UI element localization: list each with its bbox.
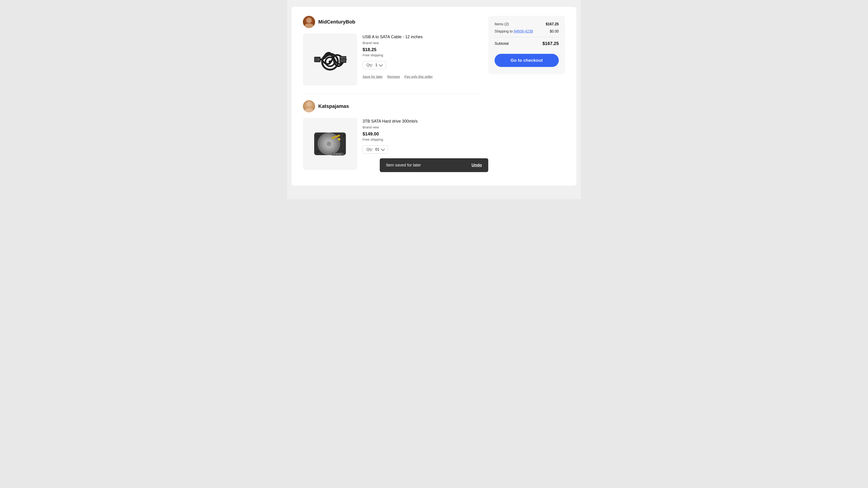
save-for-later-button-usb-cable[interactable]: Save for later [363, 74, 383, 79]
item-price-hdd: $149.00 [363, 131, 479, 136]
chevron-down-icon-hdd [381, 147, 385, 151]
summary-shipping-value: $0.00 [550, 29, 559, 33]
item-shipping-usb-cable: Free shipping [363, 53, 479, 57]
avatar-midcenturybob [303, 16, 315, 28]
summary-items-row: Items (2) $167.25 [495, 22, 559, 26]
seller-name-midcenturybob: MidCenturyBob [318, 19, 355, 25]
toast-notification: Item saved for later Undo [380, 158, 488, 172]
shipping-zip-link[interactable]: 94608-4238 [514, 29, 533, 33]
svg-point-25 [338, 138, 340, 141]
qty-value-usb-cable: 1 [375, 63, 377, 67]
item-price-usb-cable: $18.25 [363, 47, 479, 52]
item-image-usb-cable [303, 33, 357, 86]
qty-value-hdd: 01 [375, 147, 379, 152]
svg-rect-1 [315, 58, 317, 61]
qty-selector-hdd[interactable]: Qty: 01 [363, 145, 388, 154]
item-title-usb-cable: USB A to SATA Cable - 12 inches [363, 34, 479, 39]
svg-rect-40 [336, 153, 338, 155]
order-summary-section: Items (2) $167.25 Shipping to 94608-4238… [488, 16, 565, 74]
toast-undo-button[interactable]: Undo [471, 163, 482, 167]
checkout-button[interactable]: Go to checkout [495, 54, 559, 67]
summary-items-value: $167.25 [546, 22, 559, 26]
qty-label-usb-cable: Qty: [366, 63, 373, 67]
summary-subtotal-label: Subtotal [495, 41, 508, 46]
item-details-usb-cable: USB A to SATA Cable - 12 inches Brand ne… [363, 33, 479, 79]
hdd-image [310, 123, 350, 164]
cart-items-section: MidCenturyBob [303, 16, 479, 174]
svg-rect-9 [340, 60, 346, 62]
seller-name-katspajamas: Katspajamas [318, 103, 349, 109]
summary-shipping-label: Shipping to 94608-4238 [495, 29, 533, 33]
svg-point-5 [329, 60, 331, 63]
usb-cable-image [310, 39, 350, 80]
item-condition-usb-cable: Brand new [363, 41, 479, 45]
svg-point-23 [328, 143, 330, 145]
avatar-katspajamas [303, 100, 315, 112]
item-condition-hdd: Brand new [363, 125, 479, 129]
item-title-hdd: 3TB SATA Hard drive 300mb/s [363, 119, 479, 124]
seller-header-midcenturybob: MidCenturyBob [303, 16, 479, 28]
svg-rect-2 [317, 58, 320, 61]
chevron-down-icon [379, 63, 383, 67]
item-details-hdd: 3TB SATA Hard drive 300mb/s Brand new $1… [363, 118, 479, 159]
item-actions-usb-cable: Save for later Remove Pay only this sell… [363, 74, 479, 79]
summary-items-label: Items (2) [495, 22, 509, 26]
item-image-hdd [303, 118, 357, 170]
svg-rect-39 [333, 153, 335, 155]
summary-shipping-row: Shipping to 94608-4238 $0.00 [495, 29, 559, 33]
summary-divider [495, 37, 559, 37]
svg-rect-7 [340, 57, 346, 58]
seller-header-katspajamas: Katspajamas [303, 100, 479, 112]
summary-subtotal-value: $167.25 [542, 41, 559, 46]
cart-item-usb-cable: USB A to SATA Cable - 12 inches Brand ne… [303, 33, 479, 86]
pay-only-seller-button-usb-cable[interactable]: Pay only this seller [404, 74, 433, 79]
item-shipping-hdd: Free shipping [363, 138, 479, 141]
qty-label-hdd: Qty: [366, 147, 373, 152]
order-summary-card: Items (2) $167.25 Shipping to 94608-4238… [488, 16, 565, 74]
qty-selector-usb-cable[interactable]: Qty: 1 [363, 61, 386, 69]
svg-rect-8 [340, 59, 346, 60]
svg-rect-41 [339, 153, 341, 155]
remove-button-usb-cable[interactable]: Remove [387, 74, 400, 79]
summary-subtotal-row: Subtotal $167.25 [495, 41, 559, 46]
toast-message: Item saved for later [386, 163, 421, 167]
